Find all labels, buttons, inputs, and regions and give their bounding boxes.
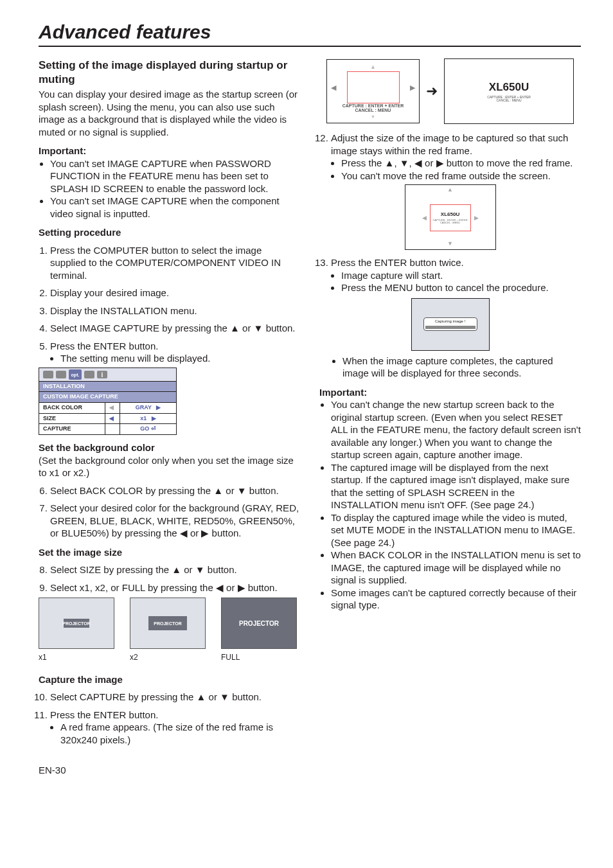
capturing-status-diagram: Capturing image ! [411,298,490,351]
important-item: Some images can't be captured correctly … [331,587,581,612]
preview-x2: PROJECTOR x2 [130,598,206,663]
small-hint: CAPTURE : ENTER + ENTER CANCEL : MENU [432,219,467,224]
capture-image-label: Capture the image [39,673,300,686]
important-item: When BACK COLOR in the INSTALLATION menu… [331,549,581,587]
svg-text:opt.: opt. [71,373,80,378]
important-list: You can't set IMAGE CAPTURE when PASSWOR… [39,157,300,220]
red-frame [347,71,400,103]
important-item: To display the captured image while the … [331,511,581,549]
step-item: Display the INSTALLATION menu. [50,305,300,317]
right-arrow-icon: ▶ [152,415,156,421]
step-item: Press the ENTER button. The setting menu… [50,340,300,365]
step-item: Select your desired color for the backgr… [50,502,300,540]
down-arrow-icon: ▼ [447,240,453,248]
menu-header: INSTALLATION [39,381,177,392]
preview-logo: PROJECTOR [64,619,89,628]
important-item: You can't set IMAGE CAPTURE when the com… [50,195,300,220]
small-logo: XL650U [441,211,459,218]
steps-1-5: Press the COMPUTER button to select the … [39,244,300,365]
preview-caption: x1 [39,653,114,663]
step-13: Press the ENTER button twice. Image capt… [319,256,581,294]
note-item: When the image capture completes, the ca… [342,355,581,380]
size-preview-row: PROJECTOR x1 PROJECTOR x2 PROJECTOR FULL [39,598,300,663]
menu-row-value: x1 [140,415,147,421]
section-heading: Setting of the image displayed during st… [39,58,300,87]
menu-row-label: BACK COLOR [39,403,105,414]
svg-text:i: i [102,371,103,378]
preview-x1: PROJECTOR x1 [39,598,114,663]
target-tiny-text: CAPTURE : ENTER + ENTER CANCEL : MENU [487,96,531,102]
installation-menu-table: opt. i INSTALLATION CUSTOM IMAGE CAPTURE… [39,368,177,435]
step-sub-item: A red frame appears. (The size of the re… [60,721,300,746]
left-column: Setting of the image displayed during st… [39,58,300,746]
small-frame-diagram: ▲ ◀ ▶ ▼ XL650U CAPTURE : ENTER + ENTER C… [405,184,496,250]
capture-hint-line: CANCEL : MENU [342,108,404,113]
right-arrow-icon: ▶ [474,215,479,222]
preview-full: PROJECTOR FULL [221,598,297,663]
set-image-size-label: Set the image size [39,546,300,559]
preview-logo: PROJECTOR [222,598,296,648]
preview-logo: PROJECTOR [148,616,187,630]
page-footer: EN-30 [39,764,581,777]
menu-row-value: GO [140,425,149,432]
step-item: Select IMAGE CAPTURE by pressing the ▲ o… [50,322,300,335]
steps-6-7: Select BACK COLOR by pressing the ▲ or ▼… [39,484,300,540]
setting-procedure-label: Setting procedure [39,226,300,239]
menu-subheader: CUSTOM IMAGE CAPTURE [39,392,177,403]
important-item: You can't set IMAGE CAPTURE when PASSWOR… [50,157,300,195]
steps-10-11: Select CAPTURE by pressing the ▲ or ▼ bu… [39,691,300,746]
menu-row-label: SIZE [39,413,105,424]
important-label: Important: [319,386,581,399]
step-item: Display your desired image. [50,287,300,299]
step-sub-item: The setting menu will be displayed. [60,352,300,365]
down-arrow-icon: ▼ [342,114,404,120]
step-12: Adjust the size of the image to be captu… [319,132,581,182]
menu-row-label: CAPTURE [39,424,105,435]
step-text: Press the ENTER button twice. [331,257,464,268]
important-list-right: You can't change the new startup screen … [319,398,581,612]
step-item: Select BACK COLOR by pressing the ▲ or ▼… [50,484,300,497]
right-column: ▲ ◀ ▶ CAPTURE : ENTER + ENTER CANCEL : M… [319,58,581,746]
step-text: Press the ENTER button. [50,709,158,720]
target-screen-box: XL650U CAPTURE : ENTER + ENTER CANCEL : … [444,58,574,124]
set-background-note: (Set the background color only when you … [39,454,300,479]
step-sub-item: Press the ▲, ▼, ◀ or ▶ button to move th… [341,157,581,170]
document-title: Advanced features [39,19,581,47]
step-item: Select CAPTURE by pressing the ▲ or ▼ bu… [50,691,300,704]
important-item: The captured image will be displayed fro… [331,461,581,511]
step-sub-item: Image capture will start. [341,269,581,282]
set-background-color-label: Set the background color [39,441,300,454]
menu-icon-row: opt. i [39,368,177,381]
capture-hint-line: CAPTURE : ENTER + ENTER [342,103,404,109]
step-text: Press the ENTER button. [50,341,158,351]
important-label: Important: [39,145,300,157]
step-item: Select x1, x2, or FULL by pressing the ◀… [50,581,300,594]
step-item: Press the COMPUTER button to select the … [50,244,300,282]
step-item: Adjust the size of the image to be captu… [331,132,581,182]
capture-diagram-pair: ▲ ◀ ▶ CAPTURE : ENTER + ENTER CANCEL : M… [319,58,581,124]
intro-paragraph: You can display your desired image as th… [39,88,300,138]
step-item: Select SIZE by pressing the ▲ or ▼ butto… [50,563,300,576]
step-sub-item: Press the MENU button to cancel the proc… [341,281,581,294]
right-arrow-icon: ▶ [410,83,415,92]
left-arrow-icon: ◀ [331,83,336,92]
capture-crop-box: ▲ ◀ ▶ CAPTURE : ENTER + ENTER CANCEL : M… [326,59,420,123]
up-arrow-icon: ▲ [447,186,453,194]
left-arrow-icon: ◀ [109,404,114,411]
preview-caption: x2 [130,653,206,663]
menu-row-value: GRAY [136,404,152,411]
left-arrow-icon: ◀ [109,415,114,421]
svg-rect-1 [56,371,66,378]
post-capture-note: When the image capture completes, the ca… [331,355,581,380]
left-arrow-icon: ◀ [422,215,427,222]
status-text: Capturing image ! [425,319,475,324]
important-item: You can't change the new startup screen … [331,398,581,461]
step-item: Press the ENTER button. A red frame appe… [50,709,300,747]
step-text: Adjust the size of the image to be captu… [331,132,568,156]
step-sub-item: You can't move the red frame outside the… [341,170,581,182]
right-arrow-icon: ▶ [156,404,161,411]
target-logo: XL650U [489,80,529,94]
red-frame: XL650U CAPTURE : ENTER + ENTER CANCEL : … [430,204,471,231]
steps-8-9: Select SIZE by pressing the ▲ or ▼ butto… [39,563,300,594]
svg-rect-4 [84,371,94,378]
